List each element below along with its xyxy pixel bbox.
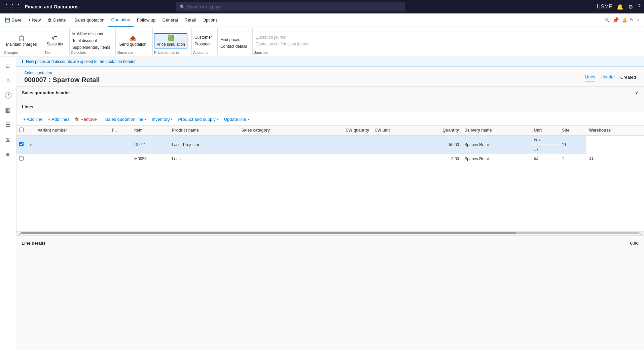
scroll-thumb[interactable] (21, 232, 515, 234)
journals-group-label: Journals (254, 50, 268, 55)
sales-quotation-line-button[interactable]: Sales quotation line ▾ (104, 116, 147, 123)
sidebar-filter-icon[interactable]: ⧖ (2, 134, 14, 146)
sidebar-menu-icon[interactable]: ≡ (2, 148, 14, 161)
multiline-discount-button[interactable]: Multiline discount (71, 31, 112, 37)
settings-icon[interactable]: ⚙ (628, 4, 633, 10)
sidebar-list-icon[interactable]: ☰ (2, 119, 14, 131)
tax-group-label: Tax (44, 50, 50, 55)
row2-variant-number (35, 154, 109, 164)
save-button[interactable]: 💾 Save (1, 13, 25, 27)
row2-checkbox[interactable] (16, 154, 27, 164)
main-layout: ⌂ ☆ 🕐 ▦ ☰ ⧖ ≡ ℹ New prices and discounts… (0, 57, 644, 350)
row1-unit: ea ▾ (531, 136, 559, 145)
dropdown-arrow-4: ▾ (248, 117, 249, 121)
ribbon-tabs: 💾 Save + New 🗑 Delete Sales quotation Qu… (0, 13, 644, 27)
scroll-left-arrow[interactable]: ‹ (18, 231, 21, 236)
send-quotation-button[interactable]: 📤 Send quotation (117, 34, 148, 48)
tab-retail[interactable]: Retail (181, 13, 199, 27)
col-cw-quantity: CW quantity (311, 126, 372, 135)
sidebar-workspace-icon[interactable]: ▦ (2, 104, 14, 116)
sidebar-home-icon[interactable]: ⌂ (2, 60, 14, 72)
lines-section-header: Lines (16, 101, 644, 113)
table-row[interactable]: M0053 Lens 2.00 Sparow Retail ea 1 11 (16, 154, 644, 164)
tab-lines[interactable]: Lines (585, 73, 595, 81)
col-delivery-name: Delivery name (462, 126, 531, 135)
col-item: Item (132, 126, 169, 135)
sidebar-favorite-icon[interactable]: ☆ (2, 74, 14, 86)
row1-sales-category (239, 135, 311, 154)
notification-icon[interactable]: 🔔 (617, 4, 623, 10)
badge-icon[interactable]: 🔔 (622, 18, 627, 23)
help-icon[interactable]: ? (638, 4, 641, 10)
tax-icon: 🏷 (52, 35, 58, 41)
row1-delivery-name: Sparow Retail (462, 135, 531, 154)
col-quantity: Quantity (416, 126, 462, 135)
page-title: 000007 : Sparrow Retail (24, 76, 100, 84)
table-row[interactable]: ∨ D0011 Laser Projector 50.00 Sparow Ret… (16, 135, 644, 154)
main-content: ℹ New prices and discounts are applied t… (16, 57, 644, 350)
row1-item[interactable]: D0011 (132, 135, 169, 154)
table-header-row: Variant number T... Item Product name Sa… (16, 126, 644, 135)
app-menu-icon[interactable]: ⋮⋮⋮ (3, 3, 22, 10)
remove-button[interactable]: 🗑 Remove (73, 116, 98, 123)
new-button[interactable]: + New (25, 13, 44, 27)
add-line-button[interactable]: + Add line (22, 116, 44, 123)
sidebar-recent-icon[interactable]: 🕐 (2, 89, 14, 101)
calculate-group-label: Calculate (71, 50, 86, 55)
generate-group-label: Generate (117, 50, 133, 55)
price-simulation-button[interactable]: 💹 Price simulation (154, 33, 187, 48)
scroll-right-arrow[interactable]: › (640, 231, 642, 236)
quotation-confirmation-journal-button[interactable]: Quotation confirmation journal (254, 41, 311, 47)
contact-details-button[interactable]: Contact details (219, 43, 248, 49)
pin-icon[interactable]: 📌 (612, 17, 619, 23)
find-prices-button[interactable]: Find prices (219, 37, 248, 43)
tab-quotation[interactable]: Quotation (108, 13, 133, 27)
row2-expand[interactable] (27, 154, 35, 164)
breadcrumb[interactable]: Sales quotation (24, 71, 100, 75)
row1-warehouse: 11 (559, 135, 586, 154)
select-all-checkbox[interactable] (19, 128, 24, 132)
line-details-bar[interactable]: Line details 0.00 (16, 237, 644, 249)
refresh-icon[interactable]: ↻ (630, 18, 634, 23)
tab-options[interactable]: Options (199, 13, 221, 27)
search-input[interactable] (187, 4, 402, 9)
tab-follow-up[interactable]: Follow up (134, 13, 159, 27)
line-details-value: 0.00 (630, 241, 639, 246)
lines-toolbar: + Add line + Add lines 🗑 Remove Sales qu… (16, 113, 644, 126)
row1-expand[interactable]: ∨ (27, 135, 35, 154)
search-toggle-icon[interactable]: 🔍 (604, 18, 610, 23)
total-discount-button[interactable]: Total discount (71, 38, 112, 44)
supplementary-items-button[interactable]: Supplementary items (71, 44, 112, 50)
col-checkbox (16, 126, 27, 135)
tab-header[interactable]: Header (601, 73, 615, 81)
toolbar-group-accounts2: Find prices Contact details (218, 28, 253, 55)
site-dropdown[interactable]: ▾ (537, 147, 538, 151)
scroll-track[interactable] (21, 232, 639, 234)
maintain-charges-button[interactable]: 📋 Maintain charges (4, 34, 39, 48)
sep1 (70, 15, 70, 25)
delete-button[interactable]: 🗑 Delete (44, 13, 69, 27)
sales-tax-button[interactable]: 🏷 Sales tax (44, 34, 65, 48)
expand-icon[interactable]: ⤢ (636, 18, 640, 23)
product-supply-button[interactable]: Product and supply ▾ (177, 116, 220, 123)
add-lines-button[interactable]: + Add lines (46, 116, 71, 123)
customer-button[interactable]: Customer (193, 34, 213, 40)
horizontal-scrollbar[interactable]: ‹ › (16, 231, 644, 235)
tab-created[interactable]: Created (620, 73, 636, 81)
quotation-header-toggle[interactable]: Sales quotation header ∨ (16, 87, 644, 99)
tab-general[interactable]: General (159, 13, 181, 27)
lines-table: Variant number T... Item Product name Sa… (16, 126, 644, 164)
inventory-button[interactable]: Inventory ▾ (150, 116, 174, 123)
prospect-button[interactable]: Prospect (193, 41, 213, 47)
row1-checkbox[interactable] (16, 135, 27, 154)
row2-quantity: 2.00 (416, 154, 462, 164)
row2-delivery-name: Sparow Retail (462, 154, 531, 164)
quotation-journal-button[interactable]: Quotation journal (254, 34, 311, 40)
search-bar[interactable]: 🔍 (176, 2, 405, 11)
lines-section: Lines + Add line + Add lines 🗑 Remove Sa… (16, 101, 644, 236)
accounts-group-label: Accounts (193, 50, 208, 55)
line-details-label: Line details (22, 241, 46, 246)
unit-dropdown[interactable]: ▾ (539, 138, 541, 142)
tab-sales-quotation[interactable]: Sales quotation (71, 13, 108, 27)
update-line-button[interactable]: Update line ▾ (223, 116, 251, 123)
